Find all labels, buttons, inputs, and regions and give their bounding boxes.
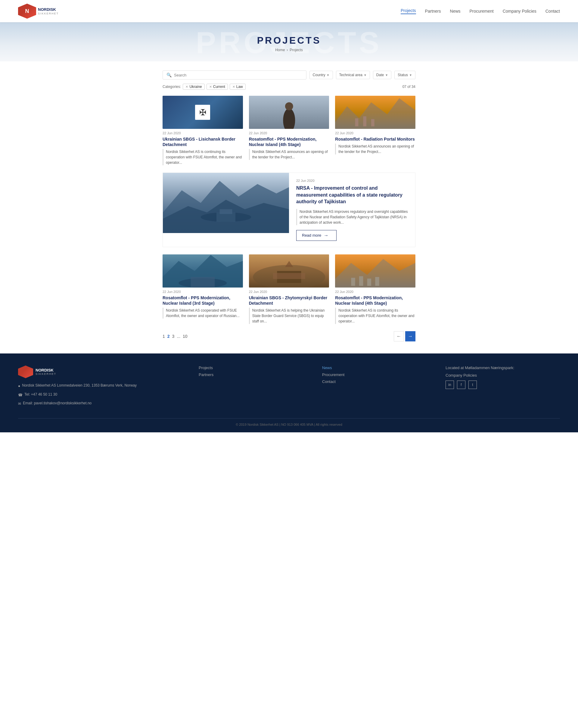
chevron-down-icon: ▼: [326, 74, 330, 77]
card-6[interactable]: 22 Jun 2020 Rosatomflot - PPS Modernizat…: [335, 254, 415, 324]
search-box[interactable]: 🔍: [163, 71, 307, 79]
footer-links-col3: News Procurement Contact: [322, 365, 437, 384]
chevron-down-icon: ▼: [364, 74, 367, 77]
featured-date: 22 Jun 2020: [296, 179, 408, 182]
tag-law[interactable]: ✕ Law: [230, 84, 246, 90]
filters-bottom: Categories: ✕ Ukraine ✕ Current ✕ Law 07…: [163, 84, 415, 90]
breadcrumb-current: Projects: [290, 48, 303, 52]
footer-link-partners[interactable]: Partners: [199, 372, 313, 377]
footer: NORDISK SIKKERHET ● Nordisk Sikkerhet AS…: [0, 354, 578, 432]
facebook-icon[interactable]: f: [457, 381, 466, 389]
page-1[interactable]: 1: [163, 334, 165, 339]
card-1-title: Ukrainian SBGS - Lisichansk Border Detac…: [163, 136, 243, 147]
categories-label: Categories:: [163, 85, 181, 89]
nav-company-policies[interactable]: Company Policies: [503, 9, 536, 14]
close-icon[interactable]: ✕: [185, 85, 188, 89]
svg-rect-13: [220, 209, 232, 214]
card-6-date: 22 Jun 2020: [335, 290, 415, 293]
tag-ukraine-label: Ukraine: [189, 85, 202, 89]
card-1-desc: Nordisk Sikkerhet AS is continuing its c…: [163, 149, 243, 165]
read-more-button[interactable]: Read more →: [296, 230, 337, 241]
footer-logo-icon: [18, 365, 33, 378]
logo-icon: N: [18, 4, 36, 19]
card-1[interactable]: ✠ 22 Jun 2020 Ukrainian SBGS - Lisichans…: [163, 96, 243, 165]
close-icon[interactable]: ✕: [232, 85, 235, 89]
close-icon[interactable]: ✕: [209, 85, 212, 89]
country-filter[interactable]: Country ▼: [310, 71, 333, 79]
footer-link-procurement[interactable]: Procurement: [322, 372, 437, 377]
footer-logo-area: NORDISK SIKKERHET ● Nordisk Sikkerhet AS…: [18, 365, 190, 409]
nav-contact[interactable]: Contact: [546, 9, 560, 14]
card-5-image: [249, 254, 329, 288]
tag-current[interactable]: ✕ Current: [207, 84, 228, 90]
cards-row-2: 22 Jun 2020 Rosatomflot - PPS Modernizat…: [163, 254, 415, 324]
footer-link-company-policies[interactable]: Company Policies: [446, 373, 560, 378]
cards-row-1: ✠ 22 Jun 2020 Ukrainian SBGS - Lisichans…: [163, 96, 415, 165]
footer-address: ● Nordisk Sikkerhet AS Lommedalveien 230…: [18, 382, 190, 390]
footer-email: ✉ Email: pavel.tishakov@nordisksikkerhet…: [18, 400, 190, 407]
sbgs-emblem: ✠: [195, 105, 210, 120]
technical-area-filter[interactable]: Technical area ▼: [336, 71, 370, 79]
footer-bottom: © 2019 Nordisk Sikkerhet AS | NO 913 066…: [18, 418, 560, 426]
nav-news[interactable]: News: [450, 9, 461, 14]
card-6-desc: Nordisk Sikkerhet AS is continuing its c…: [335, 308, 415, 324]
footer-logo[interactable]: NORDISK SIKKERHET: [18, 365, 190, 378]
card-4-date: 22 Jun 2020: [163, 290, 243, 293]
logo[interactable]: N NORDISK SIKKERHET: [18, 4, 59, 19]
card-3-image: [335, 96, 415, 129]
svg-rect-17: [190, 277, 215, 287]
filters-section: 🔍 Country ▼ Technical area ▼ Date ▼ Stat…: [157, 71, 421, 90]
featured-title: NRSA - Improvement of control and measur…: [296, 185, 408, 205]
footer-link-contact[interactable]: Contact: [322, 379, 437, 384]
page-3[interactable]: 3: [172, 334, 175, 339]
card-1-date: 22 Jun 2020: [163, 131, 243, 135]
linkedin-icon[interactable]: in: [446, 381, 454, 389]
tag-ukraine[interactable]: ✕ Ukraine: [183, 84, 204, 90]
results-count: 07 of 34: [402, 85, 415, 89]
main-content: ✠ 22 Jun 2020 Ukrainian SBGS - Lisichans…: [157, 96, 421, 354]
location-icon: ●: [18, 383, 20, 390]
card-2-title: Rosatomflot - PPS Modernization, Nuclear…: [249, 136, 329, 147]
status-label: Status: [398, 73, 408, 77]
hero-section: PROJECTS PROJECTS Home › Projects: [0, 22, 578, 61]
copyright: © 2019 Nordisk Sikkerhet AS | NO 913 066…: [236, 423, 342, 426]
footer-link-news[interactable]: News: [322, 365, 437, 370]
search-input[interactable]: [174, 73, 303, 77]
footer-contact: ● Nordisk Sikkerhet AS Lommedalveien 230…: [18, 382, 190, 409]
next-page-button[interactable]: →: [405, 331, 415, 341]
prev-page-button[interactable]: ←: [394, 331, 404, 341]
arrow-right-icon: →: [324, 233, 331, 238]
card-2[interactable]: 22 Jun 2020 Rosatomflot - PPS Modernizat…: [249, 96, 329, 165]
footer-link-projects[interactable]: Projects: [199, 365, 313, 370]
nav-partners[interactable]: Partners: [425, 9, 441, 14]
footer-email-text: Email: pavel.tishakov@nordisksikkerhet.n…: [23, 400, 91, 407]
card-3-desc: Nordisk Sikkerhet AS announces an openin…: [335, 144, 415, 154]
footer-col-2: Projects Partners: [199, 365, 313, 409]
filters-top: 🔍 Country ▼ Technical area ▼ Date ▼ Stat…: [163, 71, 415, 79]
card-2-date: 22 Jun 2020: [249, 131, 329, 135]
page-2[interactable]: 2: [167, 334, 170, 339]
featured-content: 22 Jun 2020 NRSA - Improvement of contro…: [289, 173, 415, 246]
status-filter[interactable]: Status ▼: [394, 71, 415, 79]
twitter-icon[interactable]: t: [468, 381, 477, 389]
card-4-desc: Nordisk Sikkerhet AS cooperated with FSU…: [163, 308, 243, 318]
footer-phone: ☎ Tel: +47 46 50 11 30: [18, 391, 190, 399]
card-4[interactable]: 22 Jun 2020 Rosatomflot - PPS Modernizat…: [163, 254, 243, 324]
card-4-image: [163, 254, 243, 288]
breadcrumb-home[interactable]: Home: [275, 48, 285, 52]
featured-image: [163, 173, 289, 233]
svg-rect-5: [355, 118, 359, 126]
nav-procurement[interactable]: Procurement: [470, 9, 494, 14]
breadcrumb-sep: ›: [287, 48, 288, 52]
logo-name: NORDISK: [38, 7, 59, 12]
card-3[interactable]: 22 Jun 2020 Rosatomflot - Radiation Port…: [335, 96, 415, 165]
card-5[interactable]: 22 Jun 2020 Ukrainian SBGS - Zhytomyrsky…: [249, 254, 329, 324]
nav-projects[interactable]: Projects: [401, 8, 416, 14]
navbar: N NORDISK SIKKERHET Projects Partners Ne…: [0, 0, 578, 22]
card-6-image: [335, 254, 415, 288]
footer-social: in f t: [446, 381, 560, 389]
page-10[interactable]: 10: [183, 334, 188, 339]
date-filter[interactable]: Date ▼: [373, 71, 391, 79]
footer-col-3: News Procurement Contact: [322, 365, 437, 409]
card-4-title: Rosatomflot - PPS Modernization, Nuclear…: [163, 295, 243, 306]
